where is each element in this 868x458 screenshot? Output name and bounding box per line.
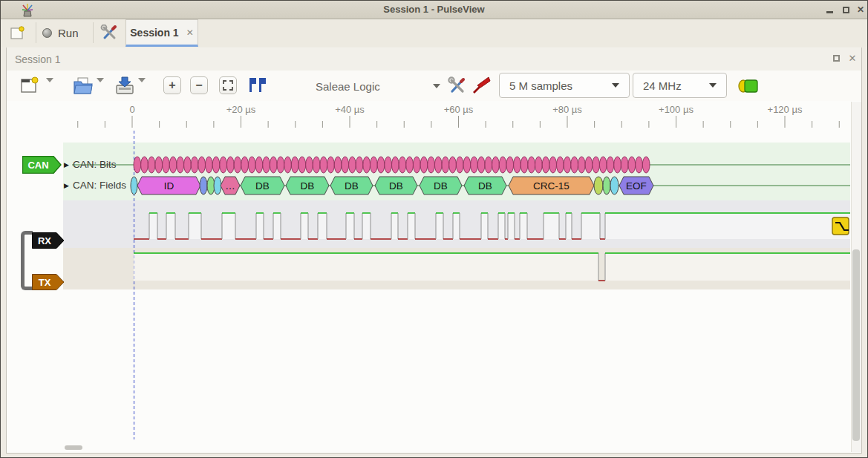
maximize-icon: [843, 7, 849, 13]
run-label: Run: [58, 27, 79, 39]
chevron-down-icon: [709, 83, 717, 88]
channel-config-button[interactable]: [471, 75, 492, 96]
new-session-button[interactable]: [8, 24, 26, 42]
decoder-tab-can[interactable]: CAN: [22, 156, 62, 174]
minimize-button[interactable]: [823, 4, 835, 16]
zoom-fit-icon: [223, 80, 233, 91]
new-view-button[interactable]: [18, 75, 40, 96]
chevron-down-icon: [138, 78, 146, 94]
row-label: CAN: Bits: [73, 159, 117, 170]
settings-button[interactable]: [99, 23, 120, 42]
decoder-row-background: [63, 143, 850, 200]
decoder-tab-label: CAN: [27, 160, 48, 171]
new-view-dropdown[interactable]: [46, 82, 53, 94]
decoder-icon: [737, 79, 760, 94]
close-icon: ✕: [857, 4, 864, 15]
device-select[interactable]: Saleae Logic: [316, 74, 440, 98]
new-view-icon: [19, 76, 39, 95]
main-toolbar: Run Session 1 ✕: [1, 19, 867, 47]
open-dropdown[interactable]: [97, 82, 104, 94]
close-icon-button[interactable]: ✕: [855, 4, 867, 16]
window-title: Session 1 - PulseView: [1, 4, 867, 15]
run-led-icon: [42, 28, 52, 38]
open-folder-icon: [73, 76, 94, 95]
dock-close-button[interactable]: ✕: [846, 52, 858, 64]
zoom-out-button[interactable]: −: [190, 76, 208, 94]
rx-row-background: [63, 200, 850, 248]
channel-tab-rx[interactable]: RX: [32, 232, 65, 249]
new-session-icon: [10, 25, 25, 40]
save-button[interactable]: [113, 74, 137, 96]
channel-tab-label: TX: [39, 277, 51, 288]
float-icon: [833, 55, 840, 62]
tab-label: Session 1: [130, 27, 178, 39]
channel-group-bracket[interactable]: [21, 231, 33, 290]
tab-session-1[interactable]: Session 1 ✕: [125, 19, 198, 47]
decoder-row-can-fields[interactable]: ▶ CAN: Fields: [64, 180, 126, 191]
device-name: Saleae Logic: [316, 80, 380, 93]
sample-rate-select[interactable]: 24 MHz: [633, 73, 727, 98]
dock-float-button[interactable]: [830, 52, 842, 64]
zoom-in-button[interactable]: +: [163, 76, 181, 94]
toolbar-separator: [36, 22, 36, 43]
expand-arrow-icon[interactable]: ▶: [64, 182, 69, 189]
device-config-button[interactable]: [446, 75, 468, 96]
chevron-down-icon: [46, 78, 53, 94]
toolbar-separator: [93, 22, 94, 43]
minimize-icon: [826, 11, 833, 13]
row-label: CAN: Fields: [73, 180, 126, 191]
sample-count-select[interactable]: 5 M samples: [499, 73, 630, 98]
zoom-fit-button[interactable]: [219, 76, 237, 94]
chevron-down-icon: [97, 78, 104, 94]
cursor-flags-icon: [247, 76, 268, 94]
decoder-row-can-bits[interactable]: ▶ CAN: Bits: [64, 159, 116, 170]
save-dropdown[interactable]: [138, 82, 146, 94]
add-decoder-button[interactable]: [737, 77, 760, 95]
plus-icon: +: [169, 79, 175, 91]
chevron-down-icon: [612, 83, 619, 88]
expand-arrow-icon[interactable]: ▶: [64, 161, 69, 169]
channel-tab-tx[interactable]: TX: [32, 274, 65, 290]
show-cursors-button[interactable]: [247, 76, 269, 95]
dock-title: Session 1: [15, 53, 60, 65]
horizontal-scrollbar-handle[interactable]: [65, 445, 82, 450]
tab-close-icon[interactable]: ✕: [186, 27, 194, 38]
channel-tab-label: RX: [38, 235, 51, 246]
save-icon: [114, 76, 135, 95]
open-file-button[interactable]: [71, 74, 95, 96]
wrench-screwdriver-icon: [100, 24, 118, 41]
run-button[interactable]: Run: [42, 23, 79, 42]
sample-rate-value: 24 MHz: [643, 79, 682, 92]
minus-icon: −: [195, 79, 202, 91]
dock-header[interactable]: Session 1 ✕: [7, 48, 861, 71]
close-icon: ✕: [849, 53, 857, 64]
wrench-screwdriver-icon: [447, 76, 466, 94]
sample-count-value: 5 M samples: [509, 79, 572, 92]
titlebar[interactable]: Session 1 - PulseView ✕: [1, 0, 867, 19]
tx-row-background: [63, 248, 850, 289]
vertical-scrollbar-handle[interactable]: [852, 249, 860, 441]
probe-icon: [471, 76, 491, 95]
chevron-down-icon: [433, 84, 440, 88]
maximize-button[interactable]: [840, 4, 852, 16]
